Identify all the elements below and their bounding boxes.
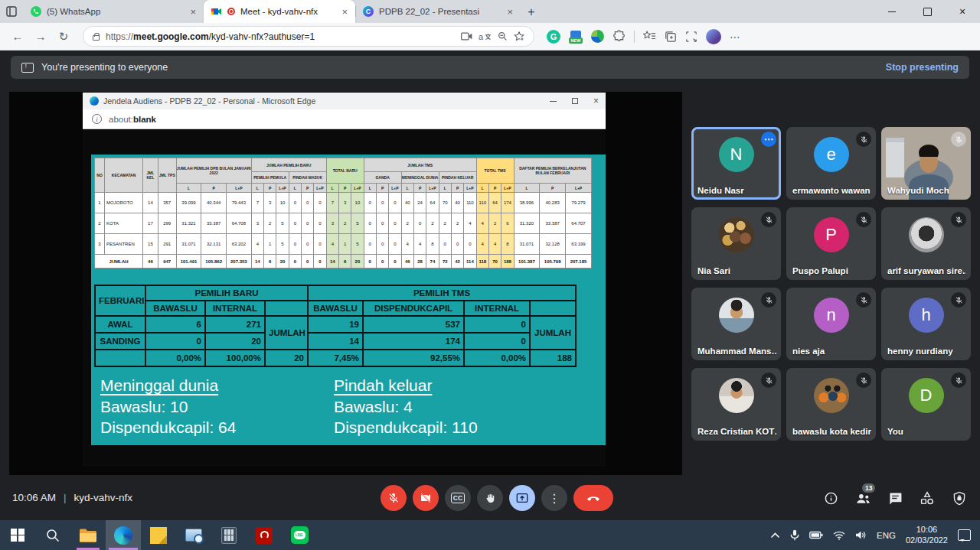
participant-tile[interactable]: N⋯Neidu Nasr <box>691 127 781 200</box>
camera-off-button[interactable] <box>413 485 439 511</box>
cell: 70 <box>439 193 451 213</box>
participant-tile[interactable]: bawaslu kota kediri <box>786 368 876 441</box>
extensions-puzzle-icon[interactable] <box>612 30 626 43</box>
mic-off-icon <box>951 292 966 308</box>
profile-avatar[interactable] <box>706 29 721 44</box>
participant-tile[interactable]: eermawanto wawan <box>786 127 876 200</box>
cell: 3 <box>95 234 105 255</box>
cell: 0 <box>314 234 326 255</box>
tab-meet[interactable]: Meet - kyd-vahv-nfx × <box>204 0 355 23</box>
tray-clock[interactable]: 10:06 02/03/2022 <box>906 525 948 545</box>
col-header: TOTAL TMS <box>476 158 514 184</box>
cell: 4 <box>488 234 501 255</box>
participant-tile[interactable]: PPuspo Palupi <box>786 207 876 280</box>
taskbar-sticky-notes-icon[interactable] <box>141 520 176 550</box>
cell: 0 <box>464 234 476 255</box>
address-bar[interactable]: https://meet.google.com/kyd-vahv-nfx?aut… <box>83 26 534 47</box>
cell: 0 <box>464 333 530 350</box>
new-tab-button[interactable]: + <box>521 2 542 23</box>
tray-language[interactable]: ENG <box>877 531 896 540</box>
meeting-details-icon[interactable] <box>822 490 839 506</box>
tab-media-icon[interactable] <box>461 32 472 41</box>
cell: 1 <box>95 193 105 213</box>
cell: 40.344 <box>201 193 227 213</box>
window-close-button[interactable]: × <box>945 0 980 23</box>
tray-chevron-icon[interactable] <box>770 532 780 539</box>
cell: 0 <box>364 213 376 234</box>
more-options-button[interactable]: ⋮ <box>541 485 567 511</box>
mic-off-button[interactable] <box>381 485 407 511</box>
captions-button[interactable]: CC <box>445 485 471 511</box>
col-header: P <box>488 184 501 193</box>
web-capture-icon[interactable] <box>685 31 697 43</box>
cell: 188 <box>501 255 514 268</box>
cell: 64 <box>488 193 501 213</box>
cell: 15 <box>143 234 158 255</box>
window-maximize-button[interactable] <box>910 0 945 23</box>
cell: 20 <box>205 333 265 350</box>
raise-hand-button[interactable] <box>477 485 503 511</box>
host-controls-icon[interactable] <box>951 490 968 506</box>
col-header: DAFTAR PEMILIH BERKELANJUTAN BULAN FEBRU… <box>514 158 591 184</box>
table-row: 3PESANTREN1529131.07132.13163.2024150004… <box>95 234 592 255</box>
cell: 33.387 <box>201 213 227 234</box>
translate-icon[interactable]: a <box>479 32 492 41</box>
participant-name: Nia Sari <box>697 266 776 275</box>
tray-volume-icon[interactable] <box>855 530 867 540</box>
tray-wifi-icon[interactable] <box>833 531 845 540</box>
tab-presentation[interactable]: C PDPB 22_02 - Presentasi × <box>355 0 521 23</box>
tab-close-icon[interactable]: × <box>505 6 514 18</box>
participant-tile[interactable]: DYou <box>881 368 971 441</box>
participant-tile[interactable]: Reza Cristian KOT… <box>691 368 781 441</box>
cell: 5 <box>276 234 289 255</box>
participant-tile[interactable]: nnies aja <box>786 288 876 360</box>
col-header: NO <box>95 158 105 193</box>
new-extension-icon[interactable]: NEW <box>569 30 583 44</box>
cell: 0 <box>301 255 313 268</box>
tray-battery-icon[interactable] <box>809 531 823 539</box>
stop-presenting-button[interactable]: Stop presenting <box>886 62 959 73</box>
cell: 10 <box>276 193 289 213</box>
participant-tile[interactable]: Wahyudi Moch <box>881 127 971 200</box>
taskbar-calculator-icon[interactable] <box>211 520 247 550</box>
favorites-bar-icon[interactable] <box>643 31 656 42</box>
participant-tile[interactable]: Nia Sari <box>691 207 781 280</box>
window-minimize-button[interactable] <box>874 0 910 23</box>
taskbar-search-icon[interactable] <box>35 520 70 550</box>
idm-icon[interactable] <box>591 30 604 43</box>
participants-icon[interactable]: 13 <box>854 490 871 506</box>
tab-close-icon[interactable]: × <box>340 6 349 18</box>
participant-name: Muhammad Mans… <box>697 347 776 356</box>
cell: 72 <box>439 255 451 268</box>
activities-icon[interactable] <box>919 490 936 506</box>
windows-taskbar: LINE ENG 10:06 02/03/2022 <box>0 520 980 550</box>
taskbar-file-explorer-icon[interactable] <box>70 520 106 550</box>
favorite-add-icon[interactable] <box>514 31 524 41</box>
start-button[interactable] <box>0 520 35 550</box>
tray-mic-icon[interactable] <box>790 529 799 541</box>
forward-button[interactable]: → <box>31 27 51 47</box>
taskbar-snip-icon[interactable] <box>176 520 211 550</box>
collections-icon[interactable] <box>665 31 677 43</box>
tab-close-icon[interactable]: × <box>188 6 198 18</box>
chat-icon[interactable] <box>887 490 903 506</box>
back-button[interactable]: ← <box>8 27 28 47</box>
tab-actions-icon[interactable] <box>0 0 23 23</box>
present-screen-button[interactable] <box>509 485 535 511</box>
taskbar-acrobat-icon[interactable] <box>247 520 282 550</box>
grammarly-icon[interactable]: G <box>547 30 560 44</box>
taskbar-edge-icon[interactable] <box>106 520 141 550</box>
action-center-icon[interactable] <box>958 529 971 541</box>
participant-tile[interactable]: Muhammad Mans… <box>691 288 781 360</box>
leave-call-button[interactable] <box>573 485 613 511</box>
participant-tile[interactable]: arif suryawan sire… <box>881 207 971 280</box>
refresh-button[interactable]: ↻ <box>54 27 74 47</box>
zoom-out-icon[interactable] <box>498 31 508 41</box>
tab-whatsapp[interactable]: (5) WhatsApp × <box>23 0 204 23</box>
participant-tile[interactable]: hhenny nurdiany <box>881 288 971 360</box>
participant-name: You <box>887 427 966 436</box>
taskbar-line-icon[interactable]: LINE <box>282 520 317 550</box>
note-meninggal-dunia: Meninggal dunia Bawaslu: 10 Dispendukcap… <box>100 375 236 438</box>
mic-off-icon <box>951 373 966 388</box>
browser-menu-icon[interactable]: ⋯ <box>730 31 741 43</box>
